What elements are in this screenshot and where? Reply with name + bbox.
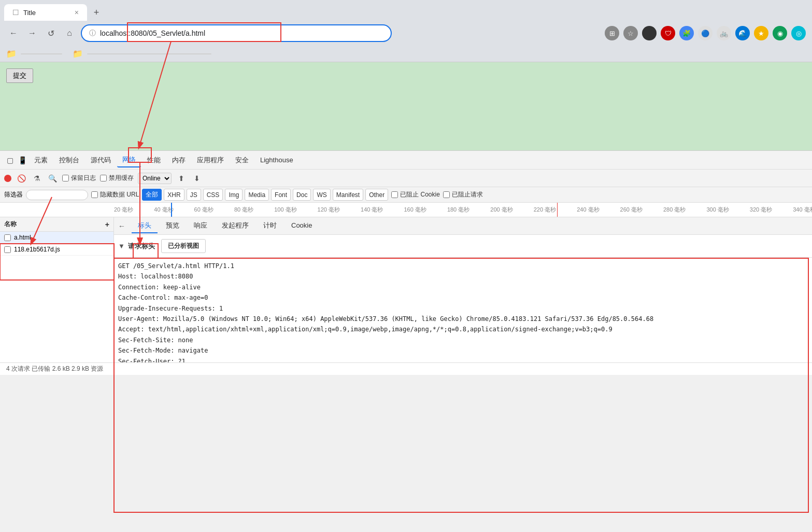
- timeline-100: 100 毫秒: [274, 206, 296, 214]
- devtools-tab-lighthouse[interactable]: Lighthouse: [255, 154, 298, 166]
- profile-icon[interactable]: [642, 26, 657, 40]
- forward-button[interactable]: →: [25, 26, 39, 40]
- devtools-tab-security[interactable]: 安全: [230, 153, 254, 167]
- submit-button[interactable]: 提交: [6, 68, 33, 83]
- detail-tab-preview[interactable]: 预览: [160, 219, 186, 233]
- browser-tab[interactable]: ☐ Title ×: [4, 4, 87, 21]
- filter-type-js[interactable]: JS: [187, 189, 201, 201]
- timeline-120: 120 毫秒: [318, 206, 340, 214]
- devtools-tab-console[interactable]: 控制台: [54, 153, 84, 167]
- export-icon[interactable]: ⬇: [191, 173, 203, 184]
- devtools-tab-application[interactable]: 应用程序: [192, 153, 229, 167]
- detail-tab-headers[interactable]: 标头: [132, 219, 158, 233]
- blocked-cookies-checkbox[interactable]: 已阻止 Cookie: [391, 190, 440, 199]
- bike-icon[interactable]: 🚲: [717, 26, 731, 40]
- clear-button[interactable]: 🚫: [16, 173, 27, 184]
- timeline-260: 260 毫秒: [620, 206, 643, 214]
- info-icon: ⓘ: [89, 29, 96, 38]
- bookmarks-bar: 📁 📁: [0, 46, 812, 62]
- request-headers-title[interactable]: ▼ 请求标头 已分析视图: [118, 237, 808, 255]
- disable-cache-checkbox[interactable]: 禁用缓存: [100, 174, 134, 183]
- header-line-10: Sec-Fetch-User: ?1: [118, 356, 808, 362]
- timeline-320: 320 毫秒: [750, 206, 772, 214]
- filter-type-xhr[interactable]: XHR: [164, 189, 184, 201]
- preserve-log-checkbox[interactable]: 保留日志: [62, 174, 96, 183]
- new-tab-button[interactable]: +: [89, 5, 104, 20]
- timeline-bar: 20 毫秒 40 毫秒 60 毫秒 80 毫秒 100 毫秒 120 毫秒 14…: [0, 203, 812, 217]
- bookmark-icon-1[interactable]: 📁: [6, 49, 17, 59]
- status-text: 4 次请求 已传输 2.6 kB 2.9 kB 资源: [6, 365, 103, 373]
- timeline-20: 20 毫秒: [114, 206, 133, 214]
- file-checkbox[interactable]: [4, 234, 11, 241]
- devtools-tab-network[interactable]: 网络: [117, 153, 141, 167]
- timeline-240: 240 毫秒: [577, 206, 599, 214]
- filter-type-css[interactable]: CSS: [203, 189, 223, 201]
- devtools-tab-sources[interactable]: 源代码: [86, 153, 116, 167]
- throttle-select[interactable]: Online: [138, 173, 172, 184]
- import-icon[interactable]: ⬆: [176, 173, 187, 184]
- extensions-icon[interactable]: ⊞: [605, 26, 619, 40]
- filter-type-media[interactable]: Media: [245, 189, 269, 201]
- devtools-toolbar: ▢ 📱 元素 控制台 源代码 网络 性能 内存 应用程序 安全 Lighthou…: [0, 151, 812, 170]
- timeline-80: 80 毫秒: [234, 206, 253, 214]
- header-line-9: Sec-Fetch-Mode: navigate: [118, 345, 808, 356]
- back-button[interactable]: ←: [6, 26, 21, 40]
- devtools-tab-performance[interactable]: 性能: [142, 153, 166, 167]
- filter-label: 筛选器: [4, 190, 23, 199]
- record-button[interactable]: [4, 175, 11, 182]
- puzzle-icon[interactable]: 🧩: [679, 26, 694, 40]
- filter-type-all[interactable]: 全部: [142, 189, 162, 201]
- tab-back-icon[interactable]: ←: [118, 222, 125, 230]
- reload-button[interactable]: ↺: [44, 26, 58, 40]
- name-column-header: 名称: [4, 220, 17, 229]
- analyzed-view-button[interactable]: 已分析视图: [161, 239, 206, 253]
- tab-close-button[interactable]: ×: [75, 8, 79, 17]
- edge-icon[interactable]: 🌊: [735, 26, 750, 40]
- request-headers-section: ▼ 请求标头 已分析视图: [114, 235, 812, 258]
- green-icon[interactable]: ◉: [773, 26, 787, 40]
- teal-icon[interactable]: ◎: [791, 26, 806, 40]
- filter-input[interactable]: [31, 191, 72, 199]
- header-line-5: Upgrade-Insecure-Requests: 1: [118, 303, 808, 314]
- device-toggle-icon[interactable]: 📱: [17, 155, 28, 166]
- bookmark-text: [21, 53, 62, 54]
- home-button[interactable]: ⌂: [62, 26, 77, 40]
- timeline-160: 160 毫秒: [404, 206, 426, 214]
- filter-type-ws[interactable]: WS: [313, 189, 330, 201]
- file-item-a-html[interactable]: a.html: [0, 232, 113, 244]
- filter-type-doc[interactable]: Doc: [293, 189, 311, 201]
- filter-input-wrap[interactable]: [26, 190, 88, 200]
- url-input[interactable]: ⓘ localhost:8080/05_Servlet/a.html: [81, 24, 392, 42]
- shield-icon[interactable]: 🛡: [661, 26, 675, 40]
- timeline-60: 60 毫秒: [194, 206, 213, 214]
- chrome-icon[interactable]: 🔵: [698, 26, 713, 40]
- filter-type-font[interactable]: Font: [271, 189, 291, 201]
- add-column-icon[interactable]: +: [105, 220, 109, 229]
- element-picker-icon[interactable]: ▢: [4, 155, 16, 166]
- header-line-3: Connection: keep-alive: [118, 282, 808, 292]
- filter-type-manifest[interactable]: Manifest: [333, 189, 363, 201]
- header-line-8: Sec-Fetch-Site: none: [118, 335, 808, 345]
- search-icon[interactable]: 🔍: [47, 173, 58, 184]
- filter-icon[interactable]: ⚗: [31, 173, 42, 184]
- star-icon[interactable]: ☆: [623, 26, 638, 40]
- filter-type-img[interactable]: Img: [225, 189, 243, 201]
- filter-bar: 筛选器 隐藏数据 URL 全部 XHR JS CSS Img Media Fon…: [0, 187, 812, 203]
- devtools-tab-elements[interactable]: 元素: [29, 153, 53, 167]
- file-item-js[interactable]: 118.e1b5617d.js: [0, 244, 113, 256]
- file-list-header: 名称 +: [0, 217, 113, 232]
- filter-type-other[interactable]: Other: [365, 189, 388, 201]
- detail-tab-cookie[interactable]: Cookie: [285, 219, 318, 232]
- bookmark-text-2: [87, 53, 211, 54]
- timeline-40: 40 毫秒: [154, 206, 173, 214]
- hide-data-url-checkbox[interactable]: 隐藏数据 URL: [91, 190, 139, 199]
- blocked-requests-checkbox[interactable]: 已阻止请求: [443, 190, 483, 199]
- detail-tab-initiator[interactable]: 发起程序: [216, 219, 255, 233]
- url-text: localhost:8080/05_Servlet/a.html: [100, 29, 205, 37]
- devtools-tab-memory[interactable]: 内存: [167, 153, 191, 167]
- file-checkbox-2[interactable]: [4, 246, 11, 253]
- bookmark-folder-icon[interactable]: 📁: [73, 49, 83, 59]
- detail-tab-response[interactable]: 响应: [188, 219, 213, 233]
- yellow-icon[interactable]: ★: [754, 26, 768, 40]
- detail-tab-timing[interactable]: 计时: [257, 219, 283, 233]
